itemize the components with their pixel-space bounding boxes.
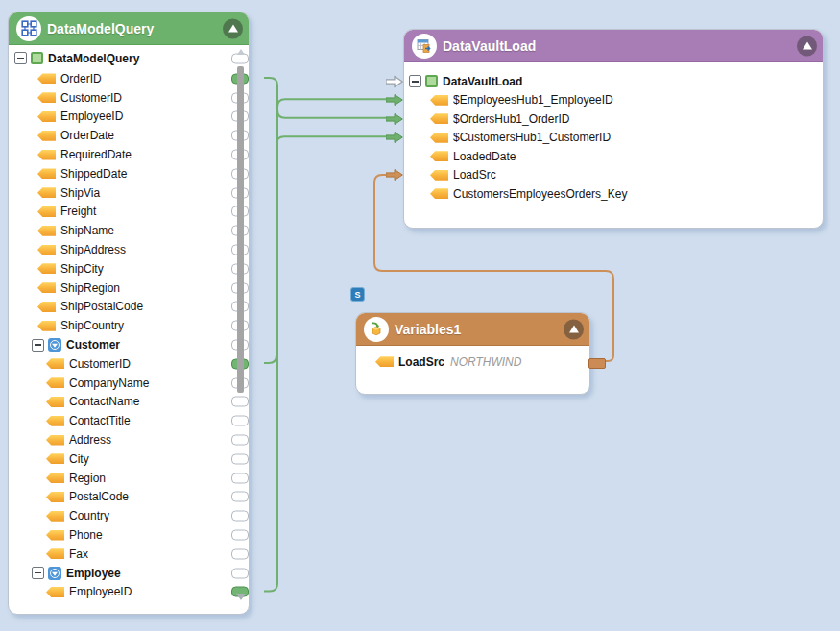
tree-row[interactable]: ShipAddress: [9, 240, 231, 259]
tree-row[interactable]: ContactTitle: [9, 411, 231, 430]
tree-row[interactable]: ShipCity: [9, 259, 231, 279]
tree-row[interactable]: DataModelQuery: [9, 47, 231, 69]
tree-row-label: LoadSrc: [453, 168, 496, 182]
panel-datavaultload-header[interactable]: DataVaultLoad: [404, 30, 823, 62]
tree-row[interactable]: ShipName: [9, 221, 231, 240]
panel-title: Variables1: [395, 322, 461, 337]
input-port-arrow-icon[interactable]: [386, 94, 403, 107]
tree-row-label: CompanyName: [69, 376, 149, 390]
tree-row[interactable]: CustomerID: [9, 88, 231, 108]
scroll-up-icon[interactable]: [237, 49, 245, 55]
tree-row-label: LoadedDate: [453, 150, 516, 163]
field-icon: [425, 75, 438, 87]
field-icon: [37, 168, 56, 179]
tree-row[interactable]: $CustomersHub1_CustomerID: [404, 129, 823, 148]
connector-orderid-to-ordershub[interactable]: [264, 78, 387, 118]
input-port-arrow-icon[interactable]: [386, 132, 403, 144]
tree-row-label: Customer: [66, 338, 120, 352]
tree-row[interactable]: ShipPostalCode: [9, 298, 231, 317]
variable-value: NORTHWIND: [450, 355, 521, 369]
tree-row[interactable]: OrderID: [9, 69, 231, 88]
collapse-panel-button[interactable]: [564, 319, 584, 339]
tree-row[interactable]: Region: [9, 469, 231, 488]
field-icon: [46, 435, 64, 446]
tree-row[interactable]: CustomerID: [9, 354, 231, 374]
tree-row[interactable]: EmployeeID: [9, 108, 231, 127]
tree-row[interactable]: ShipVia: [9, 183, 231, 203]
tree-row[interactable]: ShipRegion: [9, 279, 231, 298]
field-icon: [46, 416, 64, 426]
field-icon: [46, 377, 64, 388]
scrollbar-thumb[interactable]: [237, 66, 244, 393]
tree-row-label: RequiredDate: [60, 148, 132, 161]
field-icon: [37, 321, 56, 331]
tree-row-label: PostalCode: [69, 490, 129, 503]
tree-row-label: CustomerID: [60, 91, 122, 105]
panel-variables1-header[interactable]: Variables1: [356, 313, 589, 346]
tree-row[interactable]: City: [9, 449, 231, 469]
tree-row[interactable]: Phone: [9, 525, 231, 545]
tree-row-label: ShipName: [60, 224, 114, 237]
panel-datamodelquery[interactable]: DataModelQuery DataModelQuery OrderID Cu…: [8, 12, 250, 615]
collapse-expander-icon[interactable]: [409, 75, 421, 87]
tree-row-label: ContactTitle: [69, 414, 131, 427]
variable-output-port[interactable]: [588, 358, 606, 369]
tree-row[interactable]: Employee: [9, 564, 231, 583]
tree-row[interactable]: $EmployeesHub1_EmployeeID: [404, 91, 823, 110]
mapping-canvas[interactable]: DataModelQuery DataModelQuery OrderID Cu…: [0, 0, 840, 631]
field-icon: [37, 245, 56, 255]
tree-row[interactable]: Freight: [9, 203, 231, 222]
collapse-expander-icon[interactable]: [32, 339, 44, 352]
tree-row[interactable]: Fax: [9, 545, 231, 564]
tree-row[interactable]: DataVaultLoad: [404, 72, 823, 91]
field-icon: [375, 356, 394, 367]
tree-row[interactable]: CompanyName: [9, 374, 231, 393]
field-icon: [37, 73, 56, 84]
table-load-icon: [412, 34, 437, 59]
tree-row[interactable]: OrderDate: [9, 126, 231, 145]
tree-row[interactable]: EmployeeID: [9, 583, 231, 602]
tree-row-label: ShipRegion: [60, 281, 120, 295]
tree-row[interactable]: ShippedDate: [9, 164, 231, 183]
scroll-down-icon[interactable]: [236, 594, 246, 600]
collapse-panel-button[interactable]: [797, 36, 817, 56]
field-icon: [46, 530, 64, 541]
collapse-panel-button[interactable]: [223, 18, 243, 38]
panel-title: DataModelQuery: [47, 21, 154, 36]
panel-variables1[interactable]: Variables1 LoadSrc NORTHWIND: [355, 312, 590, 395]
tree-row[interactable]: $OrdersHub1_OrderID: [404, 109, 823, 129]
field-icon: [37, 263, 56, 274]
source-badge: S: [350, 287, 365, 302]
tree-row-label: OrderID: [60, 72, 102, 85]
tree-row-label: ShipAddress: [60, 243, 126, 256]
tree-row[interactable]: Customer: [9, 335, 231, 354]
scrollbar[interactable]: [234, 47, 247, 606]
tree-row[interactable]: RequiredDate: [9, 145, 231, 164]
field-icon: [46, 397, 64, 407]
panel-datamodelquery-header[interactable]: DataModelQuery: [9, 12, 249, 45]
tree-row[interactable]: PostalCode: [9, 488, 231, 507]
tree-row-label: ShipCity: [60, 262, 104, 276]
field-icon: [46, 587, 64, 597]
tree-row[interactable]: LoadSrc: [404, 166, 823, 185]
input-port-arrow-icon[interactable]: [386, 112, 403, 125]
tree-row[interactable]: LoadedDate: [404, 147, 823, 166]
collapse-expander-icon[interactable]: [32, 567, 44, 579]
tree-row[interactable]: ContactName: [9, 393, 231, 412]
input-port-arrow-icon[interactable]: [386, 169, 403, 182]
tree-row[interactable]: Address: [9, 430, 231, 449]
tree-row[interactable]: ShipCountry: [9, 316, 231, 335]
field-icon: [46, 453, 64, 464]
collapse-expander-icon[interactable]: [14, 52, 27, 64]
panel-datavaultload[interactable]: DataVaultLoad DataVaultLoad $EmployeesHu…: [403, 29, 824, 229]
tree-row[interactable]: Country: [9, 506, 231, 525]
variable-row[interactable]: LoadSrc NORTHWIND: [356, 352, 589, 372]
field-icon: [37, 226, 56, 236]
field-icon: [46, 511, 64, 522]
tree-row[interactable]: CustomersEmployeesOrders_Key: [404, 184, 823, 204]
field-icon: [37, 92, 56, 103]
tree-row-label: Employee: [66, 567, 121, 580]
input-port-arrow-icon[interactable]: [386, 75, 403, 87]
tree-row-label: DataVaultLoad: [443, 75, 522, 88]
field-icon: [46, 492, 64, 502]
